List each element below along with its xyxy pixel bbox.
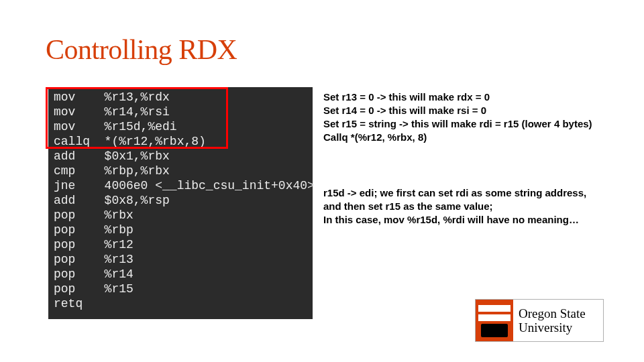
code-line: pop %r14 [54, 267, 307, 282]
slide-title: Controlling RDX [46, 34, 237, 66]
note-line: Set r14 = 0 -> this will make rsi = 0 [323, 104, 632, 117]
code-line: cmp %rbp,%rbx [54, 164, 307, 178]
code-line: pop %r12 [54, 237, 307, 252]
code-line: retq [54, 296, 307, 311]
notes-top: Set r13 = 0 -> this will make rdx = 0 Se… [323, 90, 632, 144]
code-line: pop %rbx [54, 208, 307, 223]
note-line: and then set r15 as the same value; [323, 200, 632, 213]
oregon-state-logo: Oregon State University [475, 299, 604, 342]
logo-line1: Oregon State [519, 307, 603, 320]
code-line: mov %r13,%rdx [54, 90, 307, 105]
code-line: callq *(%r12,%rbx,8) [54, 134, 307, 149]
code-line: mov %r15d,%edi [54, 119, 307, 134]
osu-shield-icon [476, 300, 513, 341]
code-line: jne 4006e0 <__libc_csu_init+0x40> [54, 178, 307, 193]
note-line: Set r15 = string -> this will make rdi =… [323, 117, 632, 131]
code-line: add $0x1,%rbx [54, 149, 307, 164]
code-line: mov %r14,%rsi [54, 105, 307, 119]
logo-text: Oregon State University [513, 300, 603, 341]
code-line: pop %r15 [54, 282, 307, 296]
note-line: r15d -> edi; we first can set rdi as som… [323, 186, 632, 200]
logo-line2: University [519, 321, 603, 334]
code-line: pop %rbp [54, 223, 307, 237]
note-line: In this case, mov %r15d, %rdi will have … [323, 213, 632, 227]
code-line: pop %r13 [54, 252, 307, 267]
notes-bottom: r15d -> edi; we first can set rdi as som… [323, 186, 632, 227]
assembly-code-block: mov %r13,%rdx mov %r14,%rsi mov %r15d,%e… [48, 87, 313, 319]
code-line: add $0x8,%rsp [54, 193, 307, 208]
slide: Controlling RDX mov %r13,%rdx mov %r14,%… [0, 0, 644, 362]
note-line: Callq *(%r12, %rbx, 8) [323, 131, 632, 144]
note-line: Set r13 = 0 -> this will make rdx = 0 [323, 90, 632, 104]
